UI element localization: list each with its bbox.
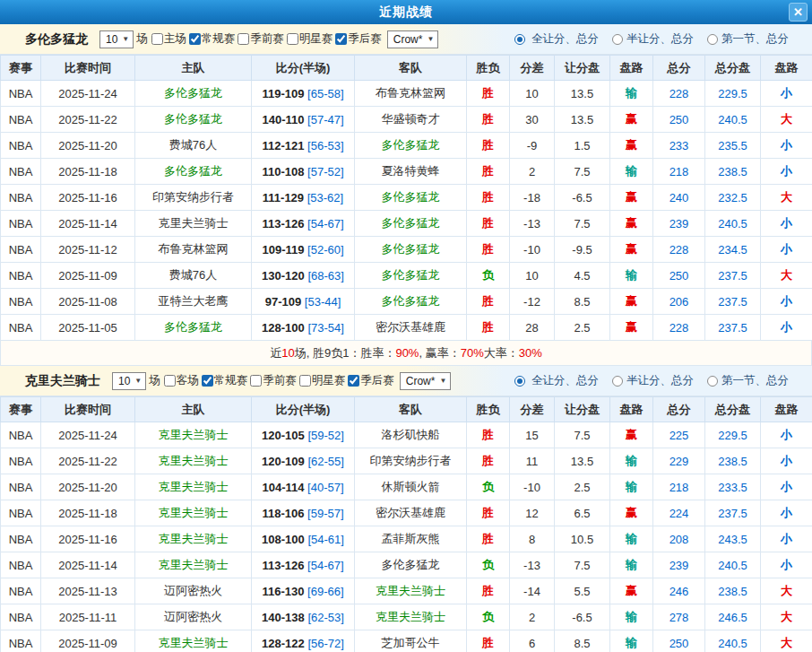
point-diff-cell: 12 <box>510 500 555 526</box>
point-diff-cell: -10 <box>510 474 555 500</box>
filter-checkbox[interactable]: 季前赛 <box>250 373 297 388</box>
odds-provider-select[interactable]: Crow* ▼ <box>387 30 439 48</box>
checkbox-input[interactable] <box>202 375 213 387</box>
checkbox-input[interactable] <box>250 375 262 387</box>
filter-checkbox[interactable]: 明星赛 <box>299 373 346 388</box>
handicap-mode-radio-group: 全让分、总分半让分、总分第一节、总分 <box>512 31 812 47</box>
handicap-line-cell: 10.5 <box>555 526 610 552</box>
radio-option[interactable]: 全让分、总分 <box>512 373 599 388</box>
radio-option[interactable]: 第一节、总分 <box>707 31 789 47</box>
filter-checkbox[interactable]: 常规赛 <box>189 31 236 47</box>
result-cell: 胜 <box>467 185 510 211</box>
full-score: 116-130 <box>262 585 304 598</box>
odds-provider-select[interactable]: Crow* ▼ <box>400 372 452 390</box>
checkbox-input[interactable] <box>299 375 311 387</box>
away-team-cell: 多伦多猛龙 <box>355 211 467 237</box>
handicap-result-cell: 赢 <box>610 237 653 263</box>
checkbox-input[interactable] <box>335 33 347 45</box>
checkbox-input[interactable] <box>287 33 298 45</box>
result-cell: 胜 <box>467 578 510 604</box>
score-cell: 119-109 [65-58] <box>252 81 355 107</box>
radio-option[interactable]: 半让分、总分 <box>612 373 694 388</box>
total-line-cell: 238.5 <box>705 578 761 604</box>
radio-option[interactable]: 第一节、总分 <box>707 373 789 388</box>
checkbox-input[interactable] <box>348 375 359 387</box>
filter-checkbox[interactable]: 明星赛 <box>287 31 333 47</box>
checkbox-input[interactable] <box>189 33 201 45</box>
games-count-select[interactable]: 10 ▼ <box>112 372 146 390</box>
over-under-cell: 小 <box>761 133 812 159</box>
total-points-cell: 208 <box>653 526 705 552</box>
game-row: NBA2025-11-16克里夫兰骑士108-100 [54-61]孟菲斯灰熊胜… <box>1 526 812 552</box>
result-cell: 胜 <box>467 107 510 133</box>
point-diff-cell: -12 <box>510 289 555 315</box>
game-row: NBA2025-11-09克里夫兰骑士128-122 [56-72]芝加哥公牛胜… <box>1 630 812 652</box>
total-points-cell: 240 <box>653 185 705 211</box>
league-cell: NBA <box>1 289 41 315</box>
filter-checkbox[interactable]: 季后赛 <box>348 373 394 388</box>
game-row: NBA2025-11-08亚特兰大老鹰97-109 [53-44]多伦多猛龙胜-… <box>1 289 812 315</box>
column-header: 分差 <box>510 397 555 422</box>
home-team-cell: 布鲁克林篮网 <box>135 237 252 263</box>
point-diff-cell: 28 <box>510 315 555 341</box>
league-cell: NBA <box>1 185 41 211</box>
game-row: NBA2025-11-13迈阿密热火116-130 [69-66]克里夫兰骑士胜… <box>1 578 812 604</box>
games-count-value: 10 <box>106 33 117 46</box>
checkbox-input[interactable] <box>238 33 249 45</box>
away-team-cell: 多伦多猛龙 <box>355 263 467 289</box>
filter-checkbox[interactable]: 季前赛 <box>238 31 284 47</box>
over-under-cell: 小 <box>761 552 812 578</box>
games-count-select[interactable]: 10 ▼ <box>99 30 134 48</box>
result-cell: 胜 <box>467 526 510 552</box>
full-score: 109-119 <box>262 243 304 256</box>
handicap-result-cell: 输 <box>610 474 653 500</box>
column-header: 比赛时间 <box>41 56 135 81</box>
checkbox-input[interactable] <box>151 33 163 45</box>
filter-checkbox[interactable]: 主场 <box>151 31 186 47</box>
over-under-cell: 大 <box>761 263 812 289</box>
result-cell: 胜 <box>467 133 510 159</box>
full-score: 140-110 <box>262 113 304 126</box>
point-diff-cell: 15 <box>510 422 555 448</box>
over-under-cell: 小 <box>761 422 812 448</box>
half-score: [53-44] <box>305 295 341 309</box>
column-header: 赛事 <box>1 397 41 422</box>
home-team-cell: 克里夫兰骑士 <box>135 630 252 652</box>
column-header: 胜负 <box>467 56 510 81</box>
column-header: 客队 <box>355 397 467 422</box>
league-cell: NBA <box>1 237 41 263</box>
filter-bar-team1: 多伦多猛龙 10 ▼ 场 主场常规赛季前赛明星赛季后赛 Crow* ▼ 全让分、… <box>0 24 812 55</box>
column-header: 主队 <box>135 397 252 422</box>
over-under-cell: 小 <box>761 211 812 237</box>
handicap-result-cell: 输 <box>610 630 653 652</box>
total-line-cell: 229.5 <box>705 81 761 107</box>
league-cell: NBA <box>1 578 41 604</box>
handicap-result-cell: 输 <box>610 448 653 474</box>
radio-option[interactable]: 全让分、总分 <box>512 31 599 47</box>
point-diff-cell: 2 <box>510 604 555 630</box>
filter-checkbox[interactable]: 客场 <box>164 373 199 388</box>
filter-checkbox[interactable]: 季后赛 <box>335 31 382 47</box>
handicap-line-cell: 7.5 <box>555 211 610 237</box>
home-team-cell: 克里夫兰骑士 <box>135 552 252 578</box>
radio-option[interactable]: 半让分、总分 <box>612 31 694 47</box>
total-line-cell: 235.5 <box>705 133 761 159</box>
away-team-cell: 孟菲斯灰熊 <box>355 526 467 552</box>
game-row: NBA2025-11-22克里夫兰骑士120-109 [62-55]印第安纳步行… <box>1 448 812 474</box>
filter-checkbox[interactable]: 常规赛 <box>202 373 248 388</box>
home-team-cell: 多伦多猛龙 <box>135 107 252 133</box>
total-line-cell: 240.5 <box>705 552 761 578</box>
total-points-cell: 246 <box>653 578 705 604</box>
checkbox-input[interactable] <box>164 375 176 387</box>
checkbox-label: 常规赛 <box>202 31 236 47</box>
radio-label: 全让分、总分 <box>531 373 599 388</box>
point-diff-cell: -13 <box>510 211 555 237</box>
home-team-cell: 克里夫兰骑士 <box>135 500 252 526</box>
full-score: 113-126 <box>262 559 304 572</box>
handicap-line-cell: 1.5 <box>555 133 610 159</box>
total-line-cell: 240.5 <box>705 630 761 652</box>
result-cell: 胜 <box>467 159 510 185</box>
game-row: NBA2025-11-05多伦多猛龙128-100 [73-54]密尔沃基雄鹿胜… <box>1 315 812 341</box>
close-button[interactable]: ✕ <box>789 3 808 22</box>
handicap-line-cell: 2.5 <box>555 474 610 500</box>
